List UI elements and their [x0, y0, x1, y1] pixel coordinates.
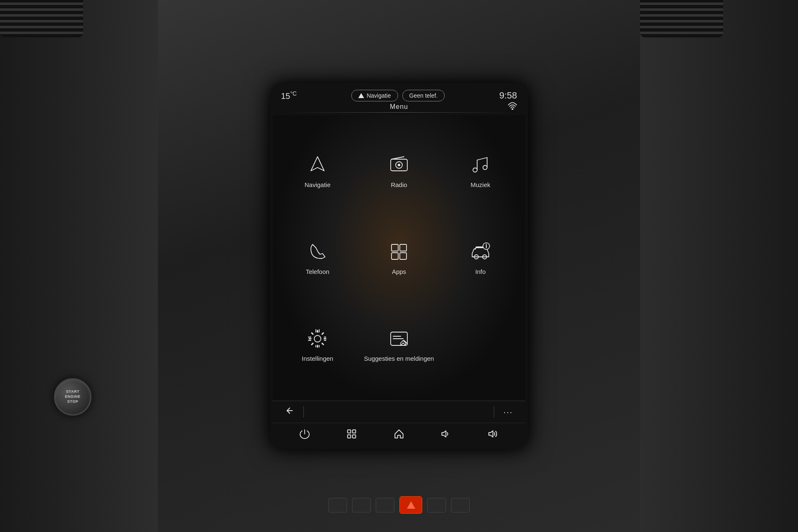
navigation-icon	[306, 153, 329, 177]
phys-btn-seat[interactable]	[451, 498, 470, 512]
info-car-icon	[469, 240, 492, 264]
apps-icon	[387, 240, 411, 264]
bar-divider	[303, 406, 304, 418]
menu-item-telefoon[interactable]: Telefoon	[277, 214, 358, 301]
svg-point-15	[486, 244, 487, 244]
home-button[interactable]	[391, 427, 407, 441]
phone-button[interactable]: Geen telef.	[402, 90, 445, 101]
hazard-button[interactable]	[399, 496, 422, 514]
screen-bottom-bar: ···	[273, 401, 525, 446]
screen-container: 15°C Navigatie Geen telef. 9:58	[270, 83, 528, 449]
screen: 15°C Navigatie Geen telef. 9:58	[273, 86, 525, 446]
menu-item-suggesties[interactable]: Suggesties en meldingen	[358, 301, 440, 388]
header-buttons: Navigatie Geen telef.	[351, 90, 445, 101]
svg-rect-9	[392, 253, 398, 259]
svg-rect-20	[348, 430, 351, 433]
wifi-icon	[508, 102, 517, 112]
lock-button[interactable]	[427, 498, 446, 512]
music-icon	[469, 153, 492, 177]
physical-controls	[254, 478, 544, 532]
header-bottom: Menu	[281, 103, 517, 112]
screen-bezel: 15°C Navigatie Geen telef. 9:58	[270, 83, 528, 449]
phone-icon	[306, 240, 329, 264]
screen-content: Navigatie	[273, 115, 525, 401]
menu-item-instellingen[interactable]: Instellingen	[277, 301, 358, 388]
menu-item-info[interactable]: Info	[440, 214, 521, 301]
engine-start-button[interactable]: START ENGINE STOP	[54, 378, 91, 416]
navigatie-label: Navigatie	[305, 181, 331, 189]
header-top: 15°C Navigatie Geen telef. 9:58	[281, 90, 517, 101]
screen-header: 15°C Navigatie Geen telef. 9:58	[273, 86, 525, 115]
bar-divider-2	[494, 406, 494, 418]
svg-rect-10	[400, 253, 406, 259]
radio-label: Radio	[391, 181, 407, 189]
dash-right	[640, 0, 798, 532]
phys-btn-ac[interactable]	[376, 498, 394, 512]
grid-button[interactable]	[343, 427, 360, 441]
menu-title: Menu	[390, 103, 408, 111]
svg-point-16	[314, 335, 321, 342]
back-button[interactable]	[281, 404, 298, 419]
bottom-nav	[273, 423, 525, 446]
time-display: 9:58	[499, 90, 517, 101]
menu-item-muziek[interactable]: Muziek	[440, 128, 521, 214]
vent-left	[0, 0, 83, 37]
svg-rect-23	[353, 435, 356, 438]
phys-btn-1[interactable]	[328, 498, 347, 512]
menu-item-apps[interactable]: Apps	[358, 214, 440, 301]
volume-up-button[interactable]	[485, 427, 502, 441]
suggesties-label: Suggesties en meldingen	[364, 355, 434, 363]
svg-rect-21	[353, 430, 356, 433]
menu-item-radio[interactable]: Radio	[358, 128, 440, 214]
info-label: Info	[475, 268, 485, 276]
dash-left: START ENGINE STOP	[0, 0, 158, 532]
svg-rect-22	[348, 435, 351, 438]
phys-btn-ev[interactable]	[352, 498, 371, 512]
vent-right	[640, 0, 723, 37]
radio-icon	[387, 153, 411, 177]
menu-grid: Navigatie	[273, 119, 525, 397]
svg-point-5	[473, 168, 477, 172]
svg-point-3	[398, 164, 400, 166]
car-interior: START ENGINE STOP 15°C	[0, 0, 798, 532]
navigation-button[interactable]: Navigatie	[351, 90, 398, 101]
header-divider	[285, 112, 513, 113]
svg-rect-8	[400, 244, 406, 251]
engine-button-text: START ENGINE STOP	[65, 389, 81, 404]
svg-rect-7	[392, 244, 398, 251]
telefoon-label: Telefoon	[306, 268, 330, 276]
svg-point-6	[483, 165, 487, 170]
menu-item-navigatie[interactable]: Navigatie	[277, 128, 358, 214]
apps-label: Apps	[392, 268, 406, 276]
muziek-label: Muziek	[470, 181, 490, 189]
instellingen-label: Instellingen	[302, 355, 333, 363]
temperature-display: 15°C	[281, 90, 297, 101]
svg-point-0	[512, 108, 513, 110]
more-button[interactable]: ···	[499, 406, 517, 419]
nav-triangle-icon	[358, 93, 364, 98]
power-button[interactable]	[296, 427, 313, 441]
notifications-icon	[387, 327, 411, 350]
volume-down-button[interactable]	[438, 427, 455, 441]
settings-icon	[306, 327, 329, 350]
bottom-bar-controls: ···	[273, 401, 525, 423]
